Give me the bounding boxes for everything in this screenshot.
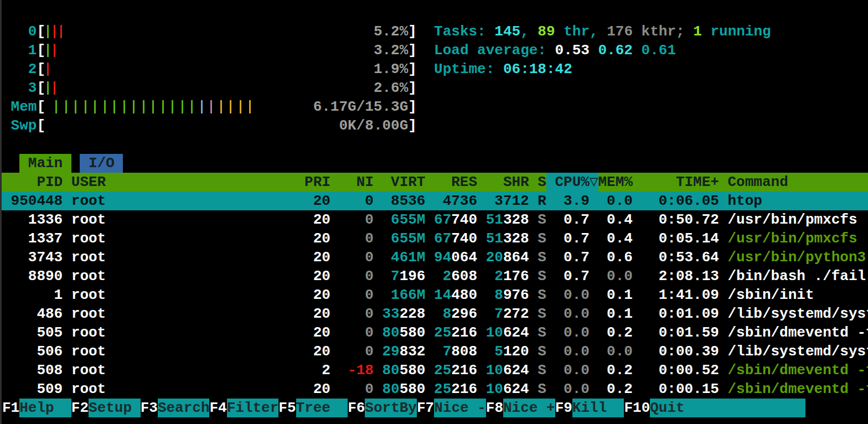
process-table: 950448root200853647363712R3.9 0.00:06.05… [0, 192, 868, 399]
meter-value: 5.2% [374, 23, 408, 40]
info-segment: 89 [538, 23, 555, 40]
meter-label: 2 [2, 60, 37, 79]
cell-res: 14480 [425, 286, 477, 304]
process-row[interactable]: 8890root200719626082176S0.7 0.02:08.13/b… [0, 267, 868, 286]
mem-cyan-part: 7 [443, 343, 452, 360]
tab-io[interactable]: I/O [80, 154, 123, 173]
cell-res: 67740 [425, 229, 477, 248]
meter-tick [191, 100, 193, 113]
cell-user: root [63, 210, 304, 229]
meter-0: 0[5.2%] Tasks: 145, 89 thr, 176 kthr; 1 … [0, 22, 868, 41]
fkey-f2-setup[interactable]: Setup [89, 399, 141, 417]
column-header-user[interactable]: USER [63, 173, 304, 192]
meter-open-bracket: [ [37, 116, 45, 135]
cell-command: /usr/bin/pmxcfs [719, 229, 857, 248]
column-header-virt[interactable]: VIRT [374, 173, 426, 192]
fkey-f8-key[interactable]: F8 [486, 399, 503, 417]
fkey-f7-key[interactable]: F7 [417, 399, 434, 417]
process-row[interactable]: 508root2-18805802521610624S0.0 0.20:00.5… [0, 361, 868, 380]
cell-nice: -18 [330, 361, 374, 380]
fkey-f4-filter[interactable]: Filter [227, 399, 279, 417]
process-row[interactable]: 486root2003322882967272S0.0 0.10:01.09/l… [0, 304, 868, 323]
fkey-f4-key[interactable]: F4 [209, 399, 226, 417]
cell-mem-percent: 0.2 [598, 380, 632, 399]
fkey-f7-nice-[interactable]: Nice - [434, 399, 486, 417]
column-header-pri[interactable]: PRI [304, 173, 330, 192]
mem-cyan-part: 166M [391, 287, 425, 303]
cell-command: /sbin/init [719, 286, 814, 304]
mem-white-part: 272 [503, 306, 529, 322]
cell-shr: 51328 [477, 210, 529, 229]
cell-shr: 51328 [477, 229, 529, 248]
process-row[interactable]: 3743root200461M9406420864S0.7 0.60:53.64… [0, 248, 868, 267]
cell-nice: 0 [330, 229, 374, 248]
tab-main[interactable]: Main [19, 154, 71, 173]
fkey-f5-key[interactable]: F5 [278, 399, 296, 417]
meter-value: 6.17G/15.3G [313, 99, 409, 115]
meter-tick [55, 100, 57, 113]
meter-label: 0 [2, 22, 37, 41]
process-row[interactable]: 505root200805802521610624S0.0 0.20:01.59… [0, 323, 868, 342]
mem-white-part: 624 [503, 381, 529, 397]
meter-tick [54, 44, 55, 57]
fkey-f1-help[interactable]: Help [19, 399, 71, 417]
fkey-f6-key[interactable]: F6 [348, 399, 365, 417]
cell-pri: 20 [304, 342, 330, 361]
column-header-time[interactable]: TIME+ [633, 173, 719, 192]
meter-tick [240, 100, 241, 113]
column-header-ni[interactable]: NI [330, 173, 374, 192]
mem-white-part: 216 [451, 381, 477, 397]
fkey-f10-key[interactable]: F10 [624, 399, 650, 417]
column-header-res[interactable]: RES [425, 173, 477, 192]
meter-tick [172, 100, 173, 113]
fkey-f9-key[interactable]: F9 [555, 399, 572, 417]
cell-pid: 8890 [2, 267, 63, 286]
process-row[interactable]: 1root200166M144808976S0.0 0.11:41.09/sbi… [0, 286, 868, 304]
fkey-f3-key[interactable]: F3 [141, 399, 158, 417]
mem-cyan-part: 67 [434, 211, 451, 228]
screen-tabs: Main I/O [0, 154, 868, 173]
column-header-command[interactable]: Command [719, 173, 788, 192]
meter-close-bracket: ] [408, 97, 417, 116]
cell-mem-percent: 0.2 [598, 323, 632, 342]
tasks-summary: Tasks: 145, 89 thr, 176 kthr; 1 running [434, 23, 771, 40]
cell-cpu-percent: 0.0 [546, 361, 590, 380]
cell-user: root [63, 361, 304, 380]
column-header-cpu-sort[interactable]: CPU%▽ [546, 173, 598, 192]
process-row[interactable]: 950448root200853647363712R3.9 0.00:06.05… [0, 192, 868, 210]
fkey-f9-kill[interactable]: Kill [572, 399, 624, 417]
mem-cyan-part: 8 [391, 193, 400, 209]
fkey-f3-search[interactable]: Search [158, 399, 210, 417]
column-header-mem[interactable]: MEM% [598, 173, 633, 192]
fkey-f5-tree[interactable]: Tree [296, 399, 348, 417]
mem-white-part: 624 [503, 362, 529, 379]
cell-res: 25216 [425, 380, 477, 399]
info-segment: running [702, 23, 771, 40]
fkey-f6-sortby[interactable]: SortBy [365, 399, 417, 417]
meter-bar: 0K/8.00G [45, 116, 408, 135]
column-header-shr[interactable]: SHR [477, 173, 529, 192]
fkey-f10-quit[interactable]: Quit [650, 399, 805, 417]
mem-white-part: 120 [503, 343, 529, 360]
column-header-state[interactable]: S [529, 173, 546, 192]
column-header-pid[interactable]: PID [2, 173, 63, 192]
process-row[interactable]: 1336root200655M6774051328S0.7 0.40:50.72… [0, 210, 868, 229]
cell-res: 7808 [425, 342, 477, 361]
fkey-f2-key[interactable]: F2 [71, 399, 89, 417]
meter-open-bracket: [ [37, 22, 45, 41]
cell-cpu-percent: 0.7 [546, 210, 590, 229]
process-row[interactable]: 1337root200655M6774051328S0.7 0.40:05.14… [0, 229, 868, 248]
cell-command: /sbin/dmeventd -f [719, 323, 868, 342]
meter-close-bracket: ] [408, 116, 417, 135]
process-row[interactable]: 509root200805802521610624S0.0 0.20:00.15… [0, 380, 868, 399]
fkey-f1-key[interactable]: F1 [2, 399, 19, 417]
mem-cyan-part: 4 [443, 193, 452, 209]
cell-command: /usr/bin/python3 /u [719, 248, 868, 267]
cell-state: S [529, 248, 546, 267]
meter-label: 1 [2, 41, 37, 60]
mem-white-part: 228 [400, 306, 426, 322]
fkey-f8-nice-[interactable]: Nice + [503, 399, 555, 417]
process-row[interactable]: 506root2002983278085120S0.0 0.00:00.39/l… [0, 342, 868, 361]
cell-pri: 20 [304, 323, 330, 342]
cell-user: root [63, 380, 304, 399]
